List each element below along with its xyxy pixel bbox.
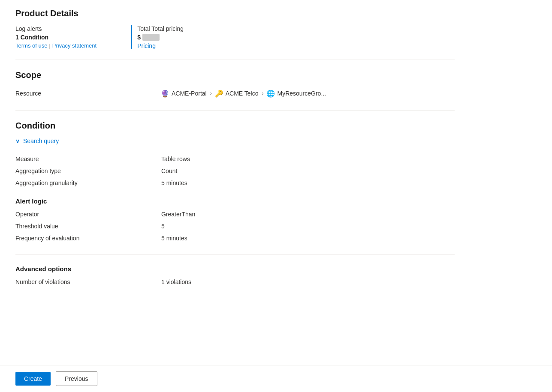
my-resource-group-icon: 🌐 — [267, 90, 274, 97]
acme-portal-icon: 🔮 — [161, 90, 169, 97]
condition-count: 1 Condition — [15, 34, 97, 41]
operator-label: Operator — [15, 211, 161, 218]
log-alerts-label: Log alerts — [15, 25, 97, 32]
alert-logic-title: Alert logic — [15, 197, 455, 205]
num-violations-label: Number of violations — [15, 278, 161, 285]
privacy-statement-link[interactable]: Privacy statement — [52, 42, 97, 49]
operator-value: GreaterThan — [161, 211, 195, 218]
divider-3 — [15, 254, 455, 255]
my-resource-group-label: MyResourceGro... — [277, 90, 326, 97]
price-display: $ — [137, 34, 184, 41]
threshold-label: Threshold value — [15, 223, 161, 230]
resource-item-1: 🔑 ACME Telco — [215, 90, 259, 97]
frequency-row: Frequency of evaluation 5 minutes — [15, 232, 455, 244]
search-query-label: Search query — [23, 138, 59, 144]
chevron-down-icon: ∨ — [15, 138, 20, 144]
create-button[interactable]: Create — [15, 372, 51, 386]
divider-1 — [15, 60, 455, 60]
scope-title: Scope — [15, 70, 455, 80]
previous-button[interactable]: Previous — [56, 371, 97, 386]
num-violations-row: Number of violations 1 violations — [15, 276, 455, 288]
resource-item-0: 🔮 ACME-Portal — [161, 90, 207, 97]
acme-telco-label: ACME Telco — [226, 90, 259, 97]
link-separator: | — [49, 42, 50, 49]
chevron-right-2: › — [262, 90, 263, 96]
divider-2 — [15, 110, 455, 111]
num-violations-value: 1 violations — [161, 278, 191, 285]
resource-label: Resource — [15, 90, 161, 97]
resource-chain: 🔮 ACME-Portal › 🔑 ACME Telco › 🌐 MyResou… — [161, 90, 326, 97]
measure-row: Measure Table rows — [15, 153, 455, 165]
aggregation-type-row: Aggregation type Count — [15, 165, 455, 177]
threshold-value: 5 — [161, 223, 165, 230]
frequency-value: 5 minutes — [161, 235, 187, 242]
acme-portal-label: ACME-Portal — [172, 90, 207, 97]
product-details-title: Product Details — [15, 9, 455, 18]
aggregation-granularity-value: 5 minutes — [161, 180, 187, 186]
terms-of-use-link[interactable]: Terms of use — [15, 42, 47, 49]
aggregation-granularity-row: Aggregation granularity 5 minutes — [15, 177, 455, 189]
price-value-blurred — [142, 34, 160, 41]
aggregation-granularity-label: Aggregation granularity — [15, 180, 161, 186]
threshold-row: Threshold value 5 — [15, 220, 455, 232]
chevron-right-1: › — [210, 90, 212, 96]
measure-label: Measure — [15, 156, 161, 162]
aggregation-type-label: Aggregation type — [15, 168, 161, 174]
operator-row: Operator GreaterThan — [15, 208, 455, 220]
total-pricing-label: Total Total pricing — [137, 25, 184, 32]
condition-title: Condition — [15, 121, 455, 131]
price-symbol: $ — [137, 34, 141, 41]
acme-telco-icon: 🔑 — [215, 90, 223, 97]
resource-row: Resource 🔮 ACME-Portal › 🔑 ACME Telco › … — [15, 87, 455, 100]
resource-item-2: 🌐 MyResourceGro... — [267, 90, 326, 97]
bottom-bar: Create Previous — [0, 365, 552, 392]
search-query-row[interactable]: ∨ Search query — [15, 138, 455, 144]
aggregation-type-value: Count — [161, 168, 177, 174]
pricing-link[interactable]: Pricing — [137, 42, 156, 49]
frequency-label: Frequency of evaluation — [15, 235, 161, 242]
measure-value: Table rows — [161, 156, 190, 162]
advanced-options-title: Advanced options — [15, 265, 455, 272]
